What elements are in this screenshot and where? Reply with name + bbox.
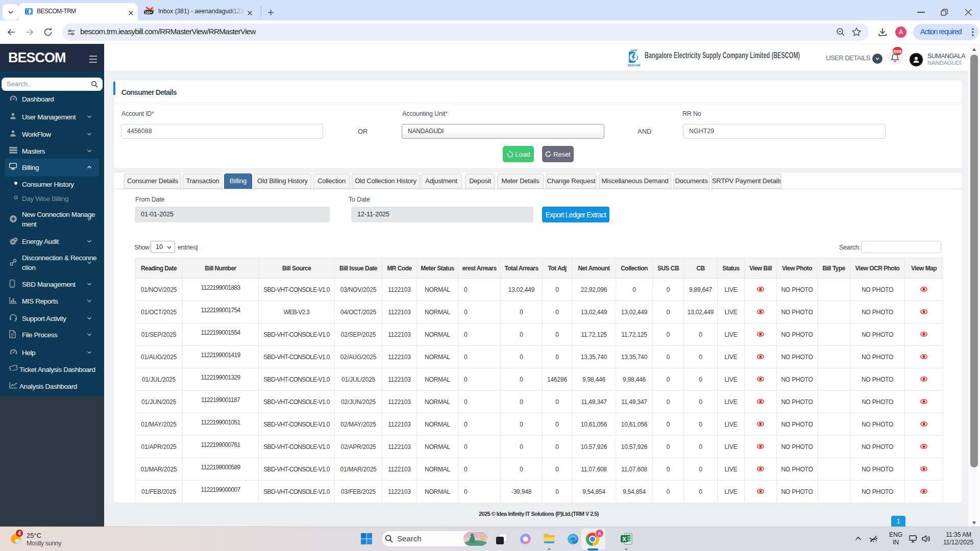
svg-text:BESCOM: BESCOM (628, 64, 641, 67)
svg-text:ಬೆವಿಕಂ: ಬೆವಿಕಂ (630, 48, 638, 52)
